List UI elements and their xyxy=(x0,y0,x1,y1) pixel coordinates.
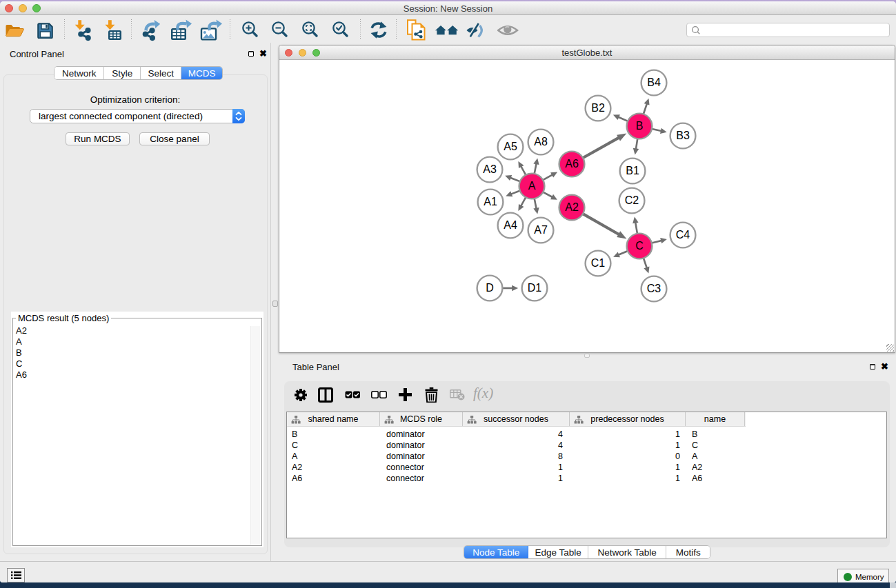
svg-text:B1: B1 xyxy=(626,165,639,176)
svg-text:C: C xyxy=(635,240,644,252)
svg-text:B: B xyxy=(636,120,644,132)
svg-text:C3: C3 xyxy=(647,283,661,294)
svg-text:D: D xyxy=(486,282,494,294)
svg-text:A8: A8 xyxy=(534,136,548,148)
svg-text:C2: C2 xyxy=(625,194,639,206)
svg-text:C4: C4 xyxy=(676,229,690,241)
svg-text:A: A xyxy=(528,180,536,192)
svg-text:C1: C1 xyxy=(591,257,606,269)
svg-text:B3: B3 xyxy=(676,130,690,141)
svg-text:D1: D1 xyxy=(528,282,542,294)
svg-text:A6: A6 xyxy=(565,158,579,170)
svg-text:A4: A4 xyxy=(504,219,517,231)
svg-text:B4: B4 xyxy=(647,77,661,88)
svg-text:A2: A2 xyxy=(565,201,579,213)
svg-text:A3: A3 xyxy=(483,163,497,175)
svg-text:A5: A5 xyxy=(504,141,517,152)
svg-text:A7: A7 xyxy=(534,224,548,236)
svg-text:A1: A1 xyxy=(484,196,497,207)
svg-text:B2: B2 xyxy=(591,102,605,114)
